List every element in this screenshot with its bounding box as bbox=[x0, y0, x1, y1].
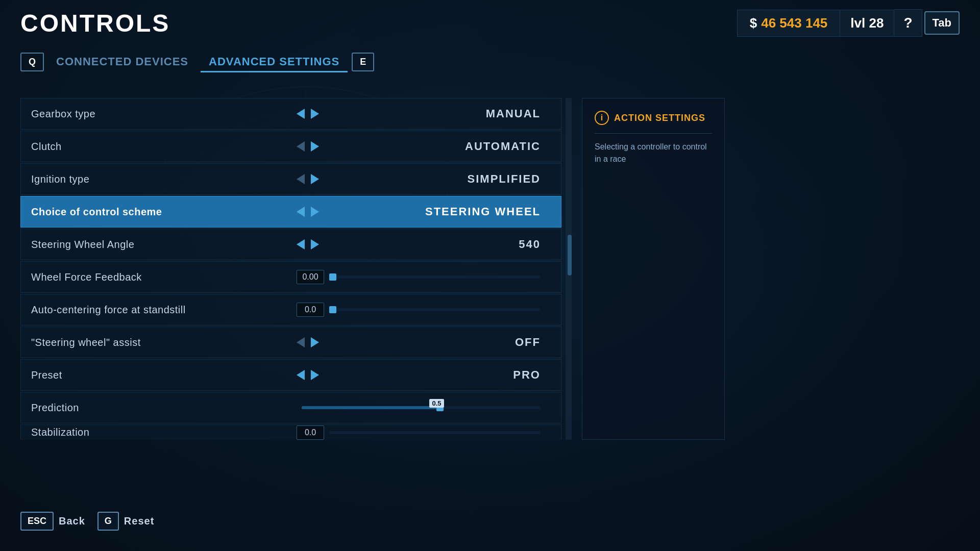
gearbox-label: Gearbox type bbox=[31, 108, 297, 120]
preset-label: Preset bbox=[31, 369, 297, 381]
stabilization-label: Stabilization bbox=[31, 427, 297, 438]
preset-prev[interactable] bbox=[297, 370, 305, 380]
side-panel: i ACTION SETTINGS Selecting a controller… bbox=[582, 98, 725, 440]
steering-assist-next[interactable] bbox=[311, 337, 319, 347]
control-scheme-label: Choice of control scheme bbox=[31, 206, 297, 218]
auto-centering-value: 0.0 bbox=[297, 303, 324, 317]
control-scheme-value: STEERING WHEEL bbox=[358, 205, 551, 218]
auto-centering-label: Auto-centering force at standstill bbox=[31, 304, 297, 316]
gearbox-controls bbox=[297, 109, 358, 119]
tab-key-e[interactable]: E bbox=[352, 53, 374, 71]
steering-angle-next[interactable] bbox=[311, 239, 319, 249]
side-panel-header: i ACTION SETTINGS bbox=[595, 111, 712, 125]
tab-key-button[interactable]: Tab bbox=[924, 11, 960, 35]
setting-auto-centering[interactable]: Auto-centering force at standstill 0.0 bbox=[20, 294, 561, 325]
control-scheme-controls bbox=[297, 207, 358, 217]
info-icon: i bbox=[595, 111, 609, 125]
wheel-feedback-value: 0.00 bbox=[297, 270, 324, 284]
money-display: $ 46 543 145 bbox=[737, 10, 841, 37]
clutch-controls bbox=[297, 141, 358, 152]
main-content: Gearbox type MANUAL Clutch bbox=[0, 78, 980, 440]
settings-panel: Gearbox type MANUAL Clutch bbox=[20, 98, 572, 440]
steering-assist-label: "Steering wheel" assist bbox=[31, 337, 297, 348]
wheel-feedback-thumb[interactable] bbox=[329, 273, 336, 281]
back-label: Back bbox=[59, 515, 85, 527]
side-panel-divider bbox=[595, 133, 712, 134]
tab-navigation: Q CONNECTED DEVICES ADVANCED SETTINGS E bbox=[0, 51, 980, 72]
help-button[interactable]: ? bbox=[894, 9, 922, 37]
steering-assist-value: OFF bbox=[358, 336, 551, 349]
setting-ignition[interactable]: Ignition type SIMPLIFIED bbox=[20, 163, 561, 195]
auto-centering-track[interactable] bbox=[329, 308, 541, 311]
stabilization-slider-area: 0.0 bbox=[297, 425, 551, 440]
back-key: ESC bbox=[20, 512, 54, 531]
setting-prediction[interactable]: Prediction 0.5 bbox=[20, 392, 561, 423]
steering-angle-value: 540 bbox=[358, 238, 551, 251]
side-panel-title: ACTION SETTINGS bbox=[614, 113, 705, 123]
gearbox-next[interactable] bbox=[311, 109, 319, 119]
level-display: lvl 28 bbox=[840, 10, 894, 37]
side-panel-description: Selecting a controller to control in a r… bbox=[595, 141, 712, 165]
money-symbol: $ bbox=[750, 15, 757, 31]
control-scheme-next[interactable] bbox=[311, 207, 319, 217]
reset-action[interactable]: G Reset bbox=[97, 512, 155, 531]
clutch-label: Clutch bbox=[31, 141, 297, 153]
stabilization-value: 0.0 bbox=[297, 425, 324, 440]
setting-preset[interactable]: Preset PRO bbox=[20, 359, 561, 391]
ignition-next[interactable] bbox=[311, 174, 319, 184]
tab-advanced-settings[interactable]: ADVANCED SETTINGS bbox=[201, 51, 348, 72]
ignition-label: Ignition type bbox=[31, 173, 297, 185]
prediction-slider-area: 0.5 bbox=[297, 406, 551, 409]
ignition-controls bbox=[297, 174, 358, 184]
page-title: CONTROLS bbox=[20, 9, 170, 37]
setting-steering-angle[interactable]: Steering Wheel Angle 540 bbox=[20, 229, 561, 260]
money-amount: 46 543 145 bbox=[761, 15, 827, 31]
steering-assist-prev[interactable] bbox=[297, 337, 305, 347]
control-scheme-prev[interactable] bbox=[297, 207, 305, 217]
prediction-track[interactable]: 0.5 bbox=[302, 406, 541, 409]
prediction-marker: 0.5 bbox=[429, 399, 444, 408]
scrollbar[interactable] bbox=[566, 98, 572, 440]
preset-next[interactable] bbox=[311, 370, 319, 380]
auto-centering-thumb[interactable] bbox=[329, 306, 336, 313]
prediction-fill bbox=[302, 406, 440, 409]
settings-list: Gearbox type MANUAL Clutch bbox=[20, 98, 561, 440]
ignition-prev[interactable] bbox=[297, 174, 305, 184]
setting-clutch[interactable]: Clutch AUTOMATIC bbox=[20, 131, 561, 162]
wheel-feedback-track[interactable] bbox=[329, 276, 541, 279]
header-right: $ 46 543 145 lvl 28 ? Tab bbox=[737, 9, 960, 37]
steering-angle-label: Steering Wheel Angle bbox=[31, 239, 297, 251]
wheel-feedback-slider-area: 0.00 bbox=[297, 270, 551, 284]
gearbox-value: MANUAL bbox=[358, 107, 551, 120]
prediction-label: Prediction bbox=[31, 402, 297, 414]
clutch-next[interactable] bbox=[311, 141, 319, 152]
clutch-prev[interactable] bbox=[297, 141, 305, 152]
clutch-value: AUTOMATIC bbox=[358, 140, 551, 153]
setting-wheel-feedback[interactable]: Wheel Force Feedback 0.00 bbox=[20, 261, 561, 293]
preset-value: PRO bbox=[358, 368, 551, 382]
tab-key-q[interactable]: Q bbox=[20, 53, 44, 71]
setting-steering-assist[interactable]: "Steering wheel" assist OFF bbox=[20, 327, 561, 358]
ignition-value: SIMPLIFIED bbox=[358, 172, 551, 186]
reset-key: G bbox=[97, 512, 119, 531]
setting-gearbox[interactable]: Gearbox type MANUAL bbox=[20, 98, 561, 130]
tab-connected-devices[interactable]: CONNECTED DEVICES bbox=[48, 51, 197, 72]
auto-centering-slider-area: 0.0 bbox=[297, 303, 551, 317]
setting-control-scheme[interactable]: Choice of control scheme STEERING WHEEL bbox=[20, 196, 561, 228]
settings-wrapper: Gearbox type MANUAL Clutch bbox=[20, 98, 572, 440]
stabilization-track[interactable] bbox=[329, 431, 541, 434]
scrollbar-thumb[interactable] bbox=[568, 235, 572, 276]
setting-stabilization[interactable]: Stabilization 0.0 bbox=[20, 424, 561, 440]
steering-assist-controls bbox=[297, 337, 358, 347]
reset-label: Reset bbox=[124, 515, 154, 527]
gearbox-prev[interactable] bbox=[297, 109, 305, 119]
preset-controls bbox=[297, 370, 358, 380]
back-action[interactable]: ESC Back bbox=[20, 512, 85, 531]
steering-angle-prev[interactable] bbox=[297, 239, 305, 249]
wheel-feedback-label: Wheel Force Feedback bbox=[31, 271, 297, 283]
steering-angle-controls bbox=[297, 239, 358, 249]
prediction-thumb[interactable]: 0.5 bbox=[436, 404, 444, 411]
bottom-bar: ESC Back G Reset bbox=[20, 512, 154, 531]
header: CONTROLS $ 46 543 145 lvl 28 ? Tab bbox=[0, 0, 980, 46]
